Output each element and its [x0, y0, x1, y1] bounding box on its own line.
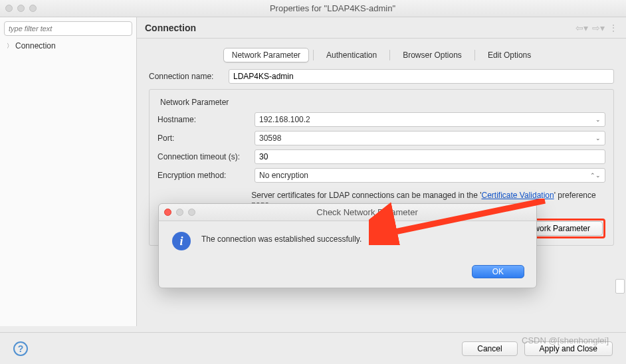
- encryption-value: No encryption: [259, 171, 308, 180]
- connection-name-label: Connection name:: [149, 72, 223, 81]
- sidebar-item-label: Connection: [15, 41, 56, 50]
- dialog-message: The connection was established successfu…: [201, 232, 362, 244]
- dialog-title: Check Network Parameter: [203, 207, 531, 217]
- port-label: Port:: [157, 134, 249, 143]
- tabs: Network Parameter Authentication Browser…: [149, 48, 614, 62]
- traffic-close-icon[interactable]: [5, 5, 13, 12]
- check-network-dialog: Check Network Parameter i The connection…: [158, 203, 537, 288]
- sidebar: 〉 Connection: [0, 17, 137, 326]
- network-parameter-legend: Network Parameter: [157, 98, 231, 107]
- window-titlebar: Properties for "LDAP4KS-admin": [0, 0, 626, 17]
- chevron-down-icon: ⌄: [595, 116, 601, 123]
- cancel-button[interactable]: Cancel: [462, 341, 517, 356]
- ok-button[interactable]: OK: [472, 265, 524, 278]
- page-title: Connection: [145, 23, 575, 33]
- timeout-input[interactable]: [255, 149, 605, 164]
- connection-name-input[interactable]: [229, 69, 614, 84]
- dialog-close-icon[interactable]: [164, 209, 171, 216]
- tab-network-parameter[interactable]: Network Parameter: [223, 48, 309, 62]
- traffic-zoom-icon[interactable]: [29, 5, 37, 12]
- certificate-validation-link[interactable]: Certificate Validation: [482, 191, 554, 200]
- header-nav: ⇦▾ ⇨▾ ⋮: [575, 23, 618, 33]
- encryption-label: Encryption method:: [157, 171, 249, 180]
- filter-input[interactable]: [4, 21, 132, 36]
- chevron-down-icon: ⌄: [595, 135, 601, 141]
- nav-menu-icon[interactable]: ⋮: [609, 23, 618, 33]
- encryption-select[interactable]: No encryption ⌃⌄: [255, 168, 605, 183]
- hostname-input[interactable]: 192.168.100.2 ⌄: [255, 112, 605, 127]
- port-value: 30598: [259, 134, 281, 143]
- traffic-minimize-icon[interactable]: [17, 5, 25, 12]
- dialog-minimize-icon: [176, 209, 183, 216]
- watermark: CSDN @[shenhonglei]: [522, 335, 609, 345]
- dialog-zoom-icon: [188, 209, 195, 216]
- hostname-label: Hostname:: [157, 115, 249, 124]
- window-title: Properties for "LDAP4KS-admin": [45, 3, 621, 13]
- tab-edit-options[interactable]: Edit Options: [479, 48, 540, 62]
- tab-authentication[interactable]: Authentication: [318, 48, 385, 62]
- port-input[interactable]: 30598 ⌄: [255, 131, 605, 145]
- timeout-label: Connection timeout (s):: [157, 152, 249, 161]
- chevron-right-icon: 〉: [7, 42, 13, 50]
- right-edge-handle: [615, 279, 625, 294]
- nav-back-icon[interactable]: ⇦▾: [575, 23, 588, 33]
- select-updown-icon: ⌃⌄: [590, 172, 601, 179]
- sidebar-item-connection[interactable]: 〉 Connection: [4, 40, 132, 52]
- hostname-value: 192.168.100.2: [259, 115, 310, 124]
- window-traffic-lights: [5, 5, 37, 12]
- tab-browser-options[interactable]: Browser Options: [394, 48, 470, 62]
- help-icon[interactable]: ?: [13, 341, 28, 356]
- nav-forward-icon[interactable]: ⇨▾: [592, 23, 605, 33]
- info-icon: i: [172, 232, 191, 250]
